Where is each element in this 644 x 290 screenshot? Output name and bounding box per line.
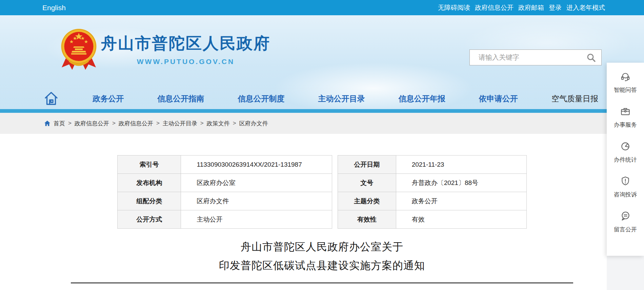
meta-label-validity: 有效性 xyxy=(338,210,396,229)
meta-value-doc-number: 舟普政办〔2021〕88号 xyxy=(396,174,526,192)
table-row: 索引号 1133090300263914XX/2021-131987 xyxy=(118,156,332,174)
sidebar-item-label: 办件统计 xyxy=(614,156,637,164)
table-row: 有效性 有效 xyxy=(338,210,527,229)
sidebar-item-label: 咨询投诉 xyxy=(614,191,637,199)
crumb-gov-info-1[interactable]: 政府信息公开 xyxy=(75,120,109,127)
top-utility-bar: English 无障碍阅读 政府信息公开 政府邮箱 登录 进入老年模式 xyxy=(0,0,644,15)
site-header: 舟山市普陀区人民政府 WWW.PUTUO.GOV.CN xyxy=(0,15,644,109)
page: English 无障碍阅读 政府信息公开 政府邮箱 登录 进入老年模式 xyxy=(0,0,644,290)
elder-mode-link[interactable]: 进入老年模式 xyxy=(566,3,605,12)
meta-label-publish-date: 公开日期 xyxy=(338,156,396,174)
nav-item-gongkai-nianbao[interactable]: 信息公开年报 xyxy=(399,94,445,104)
meta-value-topic: 政务公开 xyxy=(396,192,526,210)
sidebar-item-public-messages[interactable]: 留言公开 xyxy=(614,210,637,245)
breadcrumb: 首页 > 政府信息公开 > 政府信息公开 > 主动公开目录 > 政策文件 > 区… xyxy=(0,113,644,134)
crumb-separator: > xyxy=(200,120,204,127)
meta-label-publicity-method: 公开方式 xyxy=(118,210,181,229)
shield-exclamation-icon xyxy=(620,175,631,188)
nav-item-zhudong-gongkai-mulu[interactable]: 主动公开目录 xyxy=(318,94,365,104)
meta-label-category: 组配分类 xyxy=(118,192,181,210)
document-title-line2: 印发普陀区低碳试点县建设实施方案的通知 xyxy=(0,256,644,275)
sidebar-item-label: 智能问答 xyxy=(614,86,637,94)
document-title-line1: 舟山市普陀区人民政府办公室关于 xyxy=(0,237,644,256)
table-row: 组配分类 区府办文件 xyxy=(118,192,332,210)
meta-value-publish-date: 2021-11-23 xyxy=(396,156,526,174)
meta-value-publicity-method: 主动公开 xyxy=(181,210,332,229)
crumb-gov-info-2[interactable]: 政府信息公开 xyxy=(119,120,153,127)
national-emblem-logo xyxy=(59,27,98,73)
briefcase-icon xyxy=(620,106,631,119)
home-icon[interactable] xyxy=(43,90,59,107)
table-row: 文号 舟普政办〔2021〕88号 xyxy=(338,174,527,192)
accessibility-link[interactable]: 无障碍阅读 xyxy=(438,3,470,12)
sidebar-item-services[interactable]: 办事服务 xyxy=(614,106,637,141)
sidebar-item-label: 留言公开 xyxy=(614,226,637,233)
search-icon[interactable] xyxy=(586,52,597,63)
crumb-separator: > xyxy=(112,120,116,127)
sidebar-item-complaints[interactable]: 咨询投诉 xyxy=(614,175,637,210)
nav-divider-bar xyxy=(0,109,644,113)
pie-chart-icon xyxy=(620,141,631,153)
title-divider-rule xyxy=(71,282,573,284)
meta-label-doc-number: 文号 xyxy=(338,174,396,192)
nav-item-air-quality[interactable]: 空气质量日报 xyxy=(551,94,598,104)
headset-icon xyxy=(620,71,631,84)
nav-item-yishenqing-gongkai[interactable]: 依申请公开 xyxy=(479,94,518,104)
crumb-separator: > xyxy=(68,120,72,127)
crumb-district-office-files[interactable]: 区府办文件 xyxy=(239,120,268,127)
breadcrumb-home-icon[interactable] xyxy=(44,120,51,126)
meta-label-index-no: 索引号 xyxy=(118,156,181,174)
sidebar-item-smart-qa[interactable]: 智能问答 xyxy=(614,71,637,106)
site-identity: 舟山市普陀区人民政府 WWW.PUTUO.GOV.CN xyxy=(101,33,270,66)
table-row: 发布机构 区政府办公室 xyxy=(118,174,332,192)
crumb-policy-files[interactable]: 政策文件 xyxy=(207,120,230,127)
sidebar-item-label: 办事服务 xyxy=(614,121,637,129)
search-input[interactable] xyxy=(478,53,586,62)
quick-services-panel: 智能问答 办事服务 办件统计 xyxy=(607,63,644,256)
gov-info-link[interactable]: 政府信息公开 xyxy=(475,3,514,12)
site-title: 舟山市普陀区人民政府 xyxy=(101,33,270,54)
document-title: 舟山市普陀区人民政府办公室关于 印发普陀区低碳试点县建设实施方案的通知 xyxy=(0,237,644,275)
meta-value-index-no: 1133090300263914XX/2021-131987 xyxy=(181,156,332,174)
table-row: 公开日期 2021-11-23 xyxy=(338,156,527,174)
meta-value-issuer: 区政府办公室 xyxy=(181,174,332,192)
meta-label-topic: 主题分类 xyxy=(338,192,396,210)
table-row: 主题分类 政务公开 xyxy=(338,192,527,210)
speech-bubble-icon xyxy=(620,210,631,223)
main-nav: 政务公开 信息公开指南 信息公开制度 主动公开目录 信息公开年报 依申请公开 空… xyxy=(0,88,644,109)
nav-item-zhengwugongkai[interactable]: 政务公开 xyxy=(93,94,124,104)
meta-value-validity: 有效 xyxy=(396,210,526,229)
crumb-home[interactable]: 首页 xyxy=(54,120,65,127)
crumb-active-catalog[interactable]: 主动公开目录 xyxy=(163,120,197,127)
document-meta-tables: 索引号 1133090300263914XX/2021-131987 发布机构 … xyxy=(117,155,527,229)
table-row: 公开方式 主动公开 xyxy=(118,210,332,229)
crumb-separator: > xyxy=(156,120,160,127)
site-url: WWW.PUTUO.GOV.CN xyxy=(101,58,270,66)
english-link[interactable]: English xyxy=(42,4,66,12)
meta-table-right: 公开日期 2021-11-23 文号 舟普政办〔2021〕88号 主题分类 政务… xyxy=(338,155,527,229)
login-link[interactable]: 登录 xyxy=(549,3,562,12)
meta-value-category: 区府办文件 xyxy=(181,192,332,210)
crumb-separator: > xyxy=(233,120,236,127)
sidebar-item-statistics[interactable]: 办件统计 xyxy=(614,141,637,175)
meta-label-issuer: 发布机构 xyxy=(118,174,181,192)
gov-mail-link[interactable]: 政府邮箱 xyxy=(518,3,544,12)
meta-table-left: 索引号 1133090300263914XX/2021-131987 发布机构 … xyxy=(117,155,332,229)
nav-item-gongkai-zhidu[interactable]: 信息公开制度 xyxy=(238,94,284,104)
nav-item-gongkai-zhinan[interactable]: 信息公开指南 xyxy=(157,94,204,104)
search-box xyxy=(469,49,602,65)
document-area: 索引号 1133090300263914XX/2021-131987 发布机构 … xyxy=(0,155,644,284)
